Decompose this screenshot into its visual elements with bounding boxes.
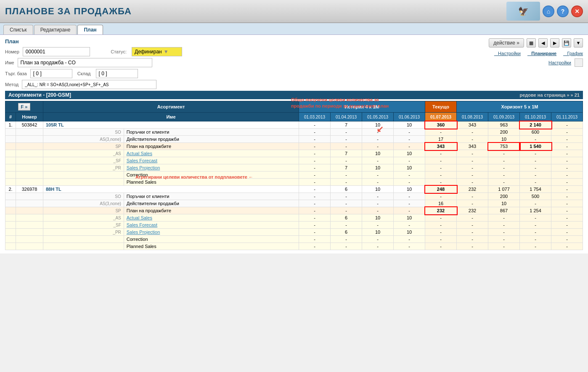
sub-hist-1: -: [299, 157, 331, 164]
sub-prefix: SP: [115, 144, 121, 149]
sub-prefix-cell: [43, 236, 124, 243]
sub-horiz-3: -: [520, 171, 551, 179]
sub-prefix: SO: [115, 194, 121, 199]
sub-hist-2: -: [331, 207, 362, 214]
horiz-3: 1 754: [520, 186, 551, 193]
nav-graph[interactable]: _ График: [563, 51, 583, 56]
sub-horiz-4: -: [551, 214, 583, 222]
trade-base-input[interactable]: [30, 69, 72, 78]
sub-hist-4: 10: [394, 214, 425, 222]
sub-name-cell: Действителни продажби: [124, 200, 299, 207]
sub-horiz-4: -: [551, 200, 583, 207]
sub-hist-3: 10: [362, 164, 394, 171]
sub-hist-3: -: [362, 136, 394, 143]
row-num: 1.: [5, 121, 16, 129]
method-input[interactable]: [22, 80, 156, 89]
sub-hist-2: -: [331, 243, 362, 250]
sub-hist-1: -: [299, 150, 331, 157]
sub-curr: -: [425, 129, 457, 136]
action-button[interactable]: действие »: [489, 38, 524, 47]
sub-row-link[interactable]: Actual Sales: [127, 151, 152, 156]
sub-row: Planned Sales - - - - - - - - -: [5, 243, 583, 250]
hist-4: 10: [394, 186, 425, 193]
sub-row: SP План на продажбите - - - - 232 232 86…: [5, 207, 583, 214]
toolbar-icon-prev[interactable]: ◀: [538, 38, 548, 47]
sub-prefix: AS(3,none): [100, 201, 121, 206]
sub-row-link[interactable]: Sales Forecast: [127, 158, 157, 163]
form-section: План Номер Статус: Дефиниран ▼ Име: [5, 38, 465, 91]
power-button[interactable]: ✕: [571, 5, 583, 17]
sub-horiz-3: 500: [520, 193, 551, 200]
name-label: Име: [5, 60, 14, 65]
sub-horiz-2: -: [488, 243, 520, 250]
sub-horiz-1: 343: [457, 143, 488, 150]
sub-hist-2: 6: [331, 214, 362, 222]
sub-hist-1: -: [299, 207, 331, 214]
filter-button[interactable]: F »: [18, 103, 31, 111]
nav-settings[interactable]: _ Настройки: [494, 51, 521, 56]
sub-hist-2: -: [331, 236, 362, 243]
tab-list[interactable]: Списък: [3, 25, 33, 34]
sub-prefix-cell: _AS: [43, 150, 124, 157]
nav-planning[interactable]: _ Планиране: [527, 51, 556, 56]
sub-empty1: [5, 193, 16, 200]
sub-name-cell: Действителни продажби: [124, 136, 299, 143]
sub-curr: 343: [425, 143, 457, 150]
sub-name-cell: Sales Projection: [124, 164, 299, 171]
toolbar-icon-save[interactable]: 💾: [562, 38, 571, 47]
sub-name-cell: Correction: [124, 171, 299, 179]
sub-empty1: [5, 229, 16, 236]
assortment-bar: Асортименти - [200-GSM] редове на страни…: [5, 91, 583, 99]
toolbar-icon-next[interactable]: ▶: [550, 38, 559, 47]
sub-horiz-2: -: [488, 214, 520, 222]
sub-horiz-2: -: [488, 236, 520, 243]
sub-empty2: [16, 150, 43, 157]
sub-hist-2: -: [331, 136, 362, 143]
sub-hist-4: -: [394, 243, 425, 250]
sub-horiz-1: -: [457, 171, 488, 179]
sub-horiz-1: -: [457, 214, 488, 222]
sub-row-link[interactable]: Sales Forecast: [127, 222, 157, 227]
hist-1: -: [299, 121, 331, 129]
sub-horiz-3: 600: [520, 129, 551, 136]
sub-hist-3: -: [362, 129, 394, 136]
warehouse-input[interactable]: [96, 69, 138, 78]
sub-empty1: [5, 214, 16, 222]
help-button[interactable]: ?: [557, 5, 569, 17]
sub-row-link[interactable]: Actual Sales: [127, 215, 152, 220]
sub-hist-3: -: [362, 143, 394, 150]
tab-plan[interactable]: План: [77, 25, 103, 34]
hist-3: 10: [362, 186, 394, 193]
settings-link[interactable]: Настройки: [548, 60, 571, 65]
toolbar-icon-grid[interactable]: ▦: [527, 38, 536, 47]
sub-empty2: [16, 179, 43, 186]
sub-empty2: [16, 207, 43, 214]
toolbar-icon-more[interactable]: ▼: [574, 38, 583, 47]
settings-icon[interactable]: [575, 58, 583, 67]
date-h4: 01.06.2013: [394, 113, 425, 121]
tab-edit[interactable]: Редактиране: [34, 25, 77, 34]
sub-row-name: Действителни продажби: [127, 201, 179, 206]
sub-prefix: SO: [115, 130, 121, 135]
sub-row-link[interactable]: Sales Projection: [127, 165, 160, 170]
status-field: Дефиниран ▼: [132, 47, 182, 56]
sub-empty2: [16, 229, 43, 236]
name-input[interactable]: [18, 58, 152, 67]
sub-horiz-4: -: [551, 243, 583, 250]
number-input[interactable]: [23, 47, 90, 56]
sub-hist-4: -: [394, 143, 425, 150]
sub-row: Correction - - - - - - - - -: [5, 236, 583, 243]
sub-horiz-2: 10: [488, 136, 520, 143]
row-num: 2.: [5, 186, 16, 193]
sub-row-link[interactable]: Sales Projection: [127, 230, 160, 235]
sub-empty1: [5, 207, 16, 214]
sub-row: _SF Sales Forecast - - - - - - - - -: [5, 157, 583, 164]
right-nav-section: действие » ▦ ◀ ▶ 💾 ▼ _ Настройки _ Плани…: [465, 38, 583, 67]
rows-per-page: редове на страница » » 21: [519, 92, 580, 98]
sub-hist-4: -: [394, 207, 425, 214]
sub-hist-4: -: [394, 236, 425, 243]
sub-name-cell: Sales Forecast: [124, 222, 299, 229]
sub-prefix-cell: [43, 171, 124, 179]
home-button[interactable]: ⌂: [543, 5, 554, 17]
history-header: История 4 х 1М: [299, 101, 425, 113]
